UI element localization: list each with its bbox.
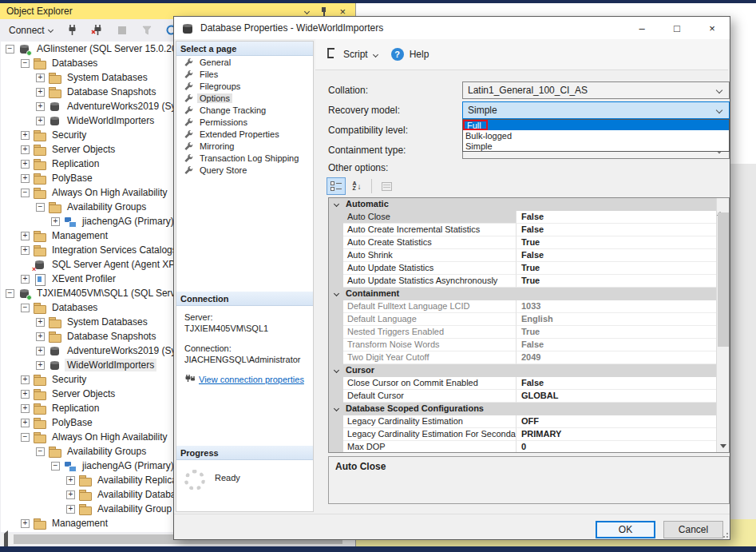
grid-property-row[interactable]: Two Digit Year Cutoff2049: [329, 351, 716, 364]
filter-icon[interactable]: [140, 23, 154, 38]
category-collapse-chevron-icon[interactable]: [329, 364, 343, 377]
grid-property-row[interactable]: Default CursorGLOBAL: [329, 390, 716, 403]
grid-property-row[interactable]: Default LanguageEnglish: [329, 313, 716, 326]
grid-category-row[interactable]: Automatic: [329, 198, 716, 211]
grid-property-row[interactable]: Transform Noise WordsFalse: [329, 339, 716, 351]
grid-category-row[interactable]: Cursor: [329, 364, 716, 377]
page-item-mirroring[interactable]: Mirroring: [176, 140, 313, 152]
expand-icon[interactable]: +: [36, 318, 45, 327]
grid-category-row[interactable]: Database Scoped Configurations: [329, 403, 716, 415]
collapse-icon[interactable]: −: [51, 462, 60, 471]
expand-icon[interactable]: +: [21, 404, 30, 413]
vertical-scrollbar[interactable]: [716, 198, 729, 452]
expand-icon[interactable]: +: [21, 174, 30, 183]
stop-icon[interactable]: [115, 23, 129, 38]
grid-property-row[interactable]: Close Cursor on Commit EnabledFalse: [329, 377, 716, 390]
expand-icon[interactable]: +: [21, 232, 30, 240]
collapse-icon[interactable]: −: [21, 189, 30, 197]
expand-icon[interactable]: +: [21, 145, 30, 154]
page-item-extended-properties[interactable]: Extended Properties: [176, 128, 313, 140]
expand-icon[interactable]: +: [21, 375, 30, 384]
collapse-icon[interactable]: −: [36, 447, 45, 456]
collapse-icon[interactable]: −: [6, 289, 14, 298]
expand-icon[interactable]: +: [36, 332, 45, 341]
expand-icon[interactable]: +: [36, 347, 45, 355]
alphabetical-sort-button[interactable]: AZ ↓: [347, 177, 366, 195]
collapse-icon[interactable]: −: [21, 304, 30, 312]
disconnect-icon[interactable]: [90, 23, 105, 38]
expand-icon[interactable]: +: [21, 160, 30, 169]
dropdown-option[interactable]: Simple: [463, 141, 729, 151]
maximize-button[interactable]: □: [659, 17, 695, 39]
ok-button[interactable]: OK: [596, 521, 655, 538]
categorized-view-button[interactable]: [327, 177, 346, 195]
grid-property-row[interactable]: Nested Triggers EnabledTrue: [329, 326, 716, 339]
grid-property-row[interactable]: Auto Create StatisticsTrue: [329, 236, 716, 249]
collapse-icon[interactable]: −: [36, 203, 45, 212]
cancel-button[interactable]: Cancel: [663, 521, 723, 538]
expand-icon[interactable]: +: [21, 390, 30, 399]
expand-icon[interactable]: +: [21, 275, 30, 284]
view-connection-properties-link[interactable]: View connection properties: [199, 375, 304, 384]
page-item-change-tracking[interactable]: Change Tracking: [176, 104, 313, 116]
expand-icon[interactable]: +: [66, 505, 75, 514]
expand-icon[interactable]: +: [21, 519, 30, 528]
collapse-icon[interactable]: −: [6, 45, 14, 54]
pin-icon[interactable]: [320, 6, 328, 17]
expand-icon[interactable]: +: [21, 131, 30, 140]
page-item-general[interactable]: General: [176, 56, 313, 68]
window-position-chevron-icon[interactable]: [304, 8, 310, 14]
grid-category-row[interactable]: Containment: [329, 288, 716, 300]
grid-property-value: True: [517, 236, 716, 249]
collapse-icon[interactable]: −: [21, 59, 30, 68]
page-item-query-store[interactable]: Query Store: [176, 164, 313, 176]
help-button[interactable]: Help: [410, 49, 429, 60]
help-icon[interactable]: ?: [391, 48, 404, 61]
expand-icon[interactable]: +: [36, 117, 45, 125]
expand-icon[interactable]: +: [36, 88, 45, 97]
category-collapse-chevron-icon[interactable]: [329, 198, 343, 211]
grid-property-row[interactable]: Auto ShrinkFalse: [329, 249, 716, 262]
grid-property-row[interactable]: Auto Update StatisticsTrue: [329, 262, 716, 275]
expand-icon[interactable]: +: [21, 246, 30, 255]
grid-property-row[interactable]: Max DOP0: [329, 441, 716, 452]
expand-icon[interactable]: +: [66, 476, 75, 485]
recovery-model-combobox[interactable]: Simple: [462, 101, 730, 119]
dropdown-option[interactable]: Bulk-logged: [463, 130, 729, 141]
expand-icon[interactable]: +: [51, 217, 60, 226]
collation-combobox[interactable]: Latin1_General_100_CI_AS: [462, 81, 730, 99]
expand-icon[interactable]: +: [66, 490, 75, 499]
dropdown-option[interactable]: Full: [463, 120, 729, 130]
expand-icon[interactable]: +: [36, 73, 45, 82]
grid-property-row[interactable]: Default Fulltext Language LCID1033: [329, 300, 716, 313]
page-item-permissions[interactable]: Permissions: [176, 116, 313, 128]
grid-property-value: False: [517, 339, 716, 351]
expand-icon[interactable]: +: [21, 419, 30, 427]
connect-button[interactable]: Connect: [6, 23, 55, 38]
grid-property-row[interactable]: Legacy Cardinality EstimationOFF: [329, 415, 716, 428]
ag-icon: [64, 216, 77, 228]
grid-property-row[interactable]: Auto Create Incremental StatisticsFalse: [329, 224, 716, 236]
scroll-down-icon[interactable]: [720, 444, 726, 448]
page-item-filegroups[interactable]: Filegroups: [176, 80, 313, 92]
scrollbar-thumb[interactable]: [718, 212, 729, 347]
page-item-transaction-log-shipping[interactable]: Transaction Log Shipping: [176, 152, 313, 164]
category-collapse-chevron-icon[interactable]: [329, 403, 343, 415]
category-collapse-chevron-icon[interactable]: [329, 288, 343, 300]
close-button[interactable]: ×: [695, 17, 730, 39]
page-item-files[interactable]: Files: [176, 68, 313, 80]
expand-icon[interactable]: +: [36, 102, 45, 111]
script-dropdown-chevron-icon[interactable]: [373, 51, 378, 57]
page-item-options[interactable]: Options: [176, 92, 313, 104]
close-panel-icon[interactable]: ×: [339, 6, 346, 17]
grid-property-row[interactable]: Legacy Cardinality Estimation For Second…: [329, 428, 716, 441]
resize-grip[interactable]: [720, 530, 728, 538]
grid-property-row[interactable]: Auto Update Statistics AsynchronouslyTru…: [329, 275, 716, 288]
collapse-icon[interactable]: −: [21, 433, 30, 442]
dialog-titlebar[interactable]: Database Properties - WideWorldImporters…: [174, 17, 730, 39]
script-button[interactable]: Script: [343, 49, 368, 60]
grid-property-row[interactable]: Auto CloseFalse: [329, 211, 716, 224]
expand-icon[interactable]: +: [36, 361, 45, 370]
minimize-button[interactable]: –: [624, 17, 659, 39]
connect-object-icon[interactable]: [65, 23, 80, 38]
